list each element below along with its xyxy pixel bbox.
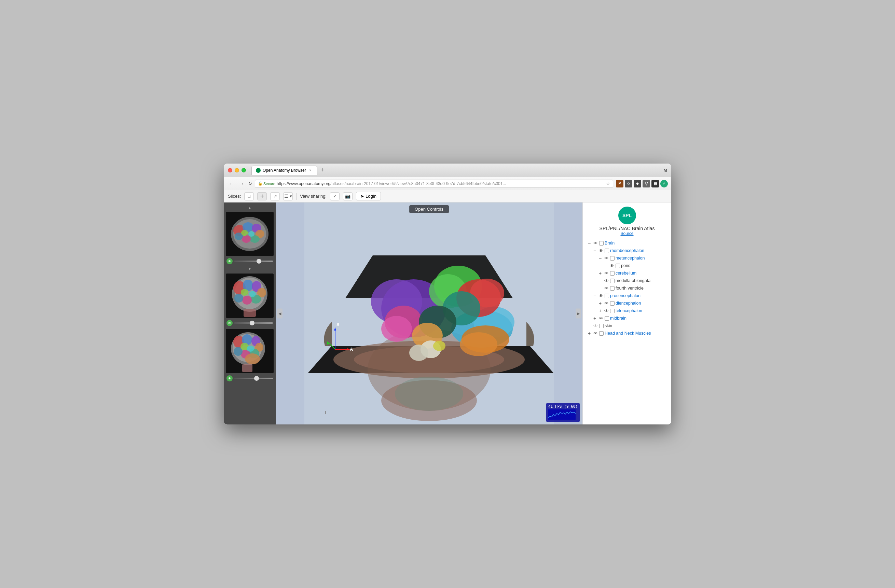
coronal-eye[interactable]: 👁 [226,320,233,326]
tree-expand-cerebellum[interactable]: + [598,271,602,276]
tree-eye-telencephalon[interactable]: 👁 [604,308,609,314]
login-button[interactable]: ➤ Login [356,192,381,200]
tree-item-fourth_ventricle[interactable]: 👁fourth ventricle [586,285,669,292]
tree-eye-pons[interactable]: 👁 [609,263,614,268]
refresh-button[interactable]: ↻ [248,181,252,186]
tree-item-metencephalon[interactable]: −👁metencephalon [586,255,669,262]
tree-expand-metencephalon[interactable]: − [598,256,602,261]
tree-checkbox-rhombencephalon[interactable] [605,249,609,253]
tree-eye-fourth_ventricle[interactable]: 👁 [604,285,609,291]
view-sharing-checkbox[interactable]: ✓ [330,192,340,200]
tree-eye-metencephalon[interactable]: 👁 [604,255,609,261]
new-tab-button[interactable]: + [319,166,326,174]
axial-nav-up[interactable]: ▲ [248,206,252,210]
login-label: Login [366,194,376,199]
ext-icon-2[interactable]: ◇ [625,180,632,188]
tree-label-cerebellum[interactable]: cerebellum [616,271,636,276]
active-tab[interactable]: Open Anatomy Browser × [252,165,317,175]
tree-checkbox-metencephalon[interactable] [610,256,614,261]
atlas-source-link[interactable]: Source [620,231,633,236]
tree-expand-prosencephalon[interactable]: − [592,293,597,298]
tree-eye-prosencephalon[interactable]: 👁 [598,293,604,299]
tree-eye-rhombencephalon[interactable]: 👁 [598,248,604,253]
axial-slider[interactable] [234,261,273,262]
ext-icon-3[interactable]: ◆ [634,180,641,188]
tree-eye-skin[interactable]: 👁 [593,323,598,329]
tree-label-rhombencephalon[interactable]: rhombencephalon [610,248,644,253]
svg-rect-24 [244,309,256,317]
tree-item-skin[interactable]: 👁skin [586,322,669,329]
tree-expand-brain[interactable]: − [587,241,592,246]
ext-icon-5[interactable]: ▤ [651,180,659,188]
tree-item-cerebellum[interactable]: +👁cerebellum [586,270,669,277]
tree-item-rhombencephalon[interactable]: −👁rhombencephalon [586,247,669,255]
minimize-traffic-light[interactable] [235,168,239,173]
maximize-traffic-light[interactable] [241,168,246,173]
tree-label-brain[interactable]: Brain [605,241,614,246]
tree-item-midbrain[interactable]: +👁midbrain [586,314,669,322]
viewer-3d[interactable]: Open Controls ◀ ▶ ▲▼ ▲▼ [276,203,583,424]
traffic-lights [228,168,246,173]
tree-label-telencephalon[interactable]: telencephalon [616,308,642,313]
ext-icon-1[interactable]: P [616,180,623,188]
tree-checkbox-fourth_ventricle[interactable] [610,286,614,291]
back-button[interactable]: ← [227,180,235,187]
tree-expand-diencephalon[interactable]: + [598,301,602,306]
forward-button[interactable]: → [238,180,246,187]
address-bar[interactable]: 🔒 Secure https://www.openanatomy.org/atl… [255,180,613,188]
tree-checkbox-head_neck_muscles[interactable] [599,331,604,336]
tree-checkbox-skin[interactable] [599,324,604,328]
tab-close-button[interactable]: × [308,168,313,173]
tree-label-prosencephalon[interactable]: prosencephalon [610,293,640,298]
tree-item-telencephalon[interactable]: +👁telencephalon [586,307,669,314]
tree-label-metencephalon[interactable]: metencephalon [616,256,645,261]
tree-label-midbrain[interactable]: midbrain [610,316,626,321]
tree-checkbox-midbrain[interactable] [605,316,609,321]
tree-label-head_neck_muscles[interactable]: Head and Neck Muscles [605,331,651,336]
sagittal-slider[interactable] [234,378,273,379]
tree-item-pons[interactable]: 👁pons [586,262,669,270]
tree-eye-diencephalon[interactable]: 👁 [604,300,609,306]
tree-eye-midbrain[interactable]: 👁 [598,315,604,321]
ext-icon-6[interactable]: ✓ [660,180,668,188]
tree-expand-telencephalon[interactable]: + [598,308,602,313]
tree-item-head_neck_muscles[interactable]: +👁Head and Neck Muscles [586,329,669,337]
tree-checkbox-brain[interactable] [599,241,604,246]
camera-button[interactable]: 📷 [343,192,352,200]
tree-expand-head_neck_muscles[interactable]: + [587,331,592,336]
tree-item-medulla[interactable]: 👁medulla oblongata [586,277,669,285]
tree-expand-midbrain[interactable]: + [592,316,597,321]
tree-label-diencephalon[interactable]: diencephalon [616,301,641,306]
tree-item-diencephalon[interactable]: +👁diencephalon [586,300,669,307]
tree-eye-medulla[interactable]: 👁 [604,278,609,283]
tree-item-prosencephalon[interactable]: −👁prosencephalon [586,292,669,300]
close-traffic-light[interactable] [228,168,232,173]
slice-resize-button[interactable]: ↗ [270,192,280,200]
slice-square-button[interactable]: □ [244,192,254,200]
tree-eye-head_neck_muscles[interactable]: 👁 [593,330,598,336]
slice-list-button[interactable]: ☰ ▾ [283,192,293,200]
tree-checkbox-medulla[interactable] [610,279,614,283]
tree-checkbox-prosencephalon[interactable] [605,294,609,298]
url-text[interactable]: https://www.openanatomy.org/atlases/nac/… [277,181,506,186]
ext-icon-4[interactable]: ⋁ [643,180,650,188]
tree-eye-brain[interactable]: 👁 [593,240,598,246]
coronal-slice-svg [226,274,274,318]
tree-item-brain[interactable]: −👁Brain [586,239,669,247]
axial-nav-down[interactable]: ▼ [248,267,252,271]
axis-i-label: I [325,410,326,415]
coronal-slider[interactable] [234,322,273,324]
tree-checkbox-telencephalon[interactable] [610,309,614,313]
tree-checkbox-diencephalon[interactable] [610,301,614,306]
tree-eye-cerebellum[interactable]: 👁 [604,270,609,276]
tree-checkbox-pons[interactable] [616,264,620,268]
tree-checkbox-cerebellum[interactable] [610,271,614,276]
tree-expand-rhombencephalon[interactable]: − [592,248,597,253]
sagittal-eye[interactable]: 👁 [226,375,233,382]
bookmark-star-icon[interactable]: ☆ [606,181,610,186]
svg-point-63 [409,344,428,361]
open-controls-button[interactable]: Open Controls [409,205,449,213]
nav-bar: ← → ↻ 🔒 Secure https://www.openanatomy.o… [224,177,671,190]
axial-eye[interactable]: 👁 [226,258,233,264]
slice-crosshair-button[interactable]: ✛ [257,192,267,200]
